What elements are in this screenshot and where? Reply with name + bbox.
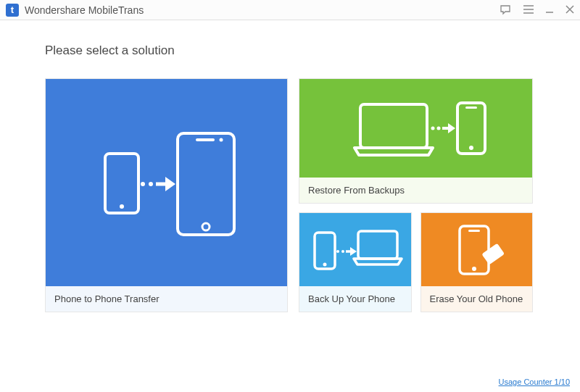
svg-point-5 [202, 223, 210, 230]
transfer-label: Phone to Phone Transfer [46, 286, 287, 312]
transfer-illustration [46, 79, 287, 286]
card-phone-to-phone-transfer[interactable]: Phone to Phone Transfer [45, 78, 288, 312]
page-heading: Please select a solution [45, 43, 535, 58]
main-content: Please select a solution [0, 20, 580, 312]
minimize-icon[interactable] [545, 5, 554, 15]
app-logo-icon: t [6, 4, 19, 17]
svg-point-20 [472, 267, 476, 271]
svg-rect-0 [105, 154, 138, 213]
svg-rect-8 [360, 104, 427, 148]
svg-point-1 [120, 204, 124, 209]
card-erase-your-old-phone[interactable]: Erase Your Old Phone [420, 212, 534, 312]
svg-rect-3 [196, 138, 215, 141]
svg-rect-11 [465, 107, 477, 109]
svg-rect-2 [178, 133, 234, 235]
phone-transfer-icon [83, 117, 250, 248]
feedback-icon[interactable] [500, 5, 512, 15]
svg-point-17 [336, 250, 339, 253]
erase-icon [436, 219, 516, 280]
svg-point-10 [469, 146, 473, 150]
svg-point-12 [431, 127, 434, 130]
solution-grid: Phone to Phone Transfer [45, 78, 535, 312]
erase-illustration [421, 213, 533, 286]
erase-label: Erase Your Old Phone [421, 286, 533, 312]
usage-counter-link[interactable]: Usage Counter 1/10 [499, 378, 570, 386]
restore-label: Restore From Backups [299, 178, 532, 203]
backup-icon [304, 221, 406, 279]
svg-rect-21 [468, 230, 480, 232]
app-title: Wondershare MobileTrans [25, 4, 144, 16]
svg-point-13 [436, 127, 440, 130]
bottom-right-group: Back Up Your Phone [299, 212, 533, 312]
svg-point-15 [323, 262, 326, 266]
svg-point-4 [219, 138, 223, 142]
card-back-up-your-phone[interactable]: Back Up Your Phone [299, 212, 412, 312]
svg-rect-16 [358, 231, 397, 259]
titlebar: t Wondershare MobileTrans [0, 0, 580, 20]
svg-point-7 [149, 182, 153, 186]
restore-icon [333, 88, 500, 168]
close-icon[interactable] [566, 5, 574, 15]
svg-point-18 [341, 250, 344, 253]
svg-point-6 [141, 182, 145, 186]
card-restore-from-backups[interactable]: Restore From Backups [299, 78, 533, 204]
restore-illustration [299, 79, 532, 178]
menu-icon[interactable] [523, 5, 534, 15]
window-controls [500, 5, 574, 15]
backup-label: Back Up Your Phone [299, 286, 411, 312]
backup-illustration [299, 213, 411, 286]
